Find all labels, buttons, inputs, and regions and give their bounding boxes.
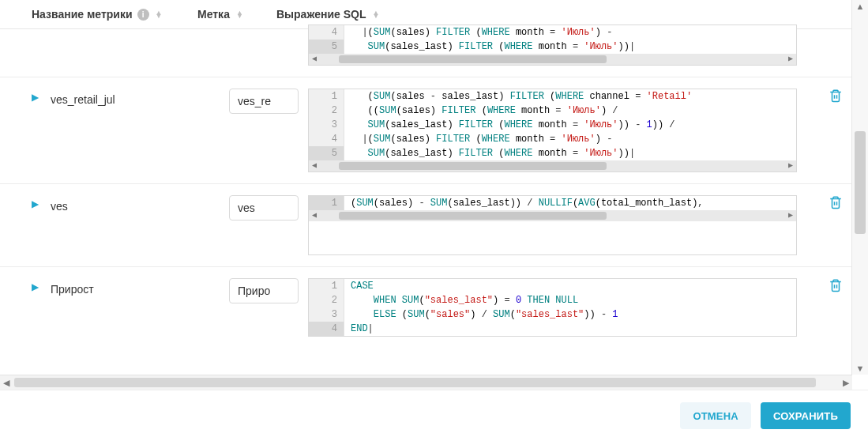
editor-hscroll-thumb[interactable] xyxy=(339,212,607,220)
sql-cell: 1(SUM(sales) - SUM(sales_last)) / NULLIF… xyxy=(308,195,852,255)
sql-cell: 1 (SUM(sales - sales_last) FILTER (WHERE… xyxy=(308,89,852,172)
hscroll-thumb[interactable] xyxy=(14,378,816,387)
metric-row: ▶ves_retail_julves_re1 (SUM(sales - sale… xyxy=(0,77,852,184)
scroll-thumb[interactable] xyxy=(855,131,866,234)
editor-hscroll[interactable]: ◀▶ xyxy=(309,210,796,221)
metric-name: ves_retail_jul xyxy=(51,89,229,106)
scroll-left-icon[interactable]: ◀ xyxy=(3,378,9,388)
scroll-left-icon[interactable]: ◀ xyxy=(312,52,317,66)
editor-hscroll[interactable]: ◀▶ xyxy=(309,160,796,172)
vertical-scrollbar[interactable]: ▲ ▼ xyxy=(851,0,868,375)
content-area: Название метрики i ▲▼ Метка ▲▼ Выражение… xyxy=(0,0,868,375)
sort-handle[interactable]: ▲▼ xyxy=(156,11,163,17)
label-input[interactable]: ves xyxy=(229,195,299,220)
cancel-button[interactable]: ОТМЕНА xyxy=(680,402,751,429)
label-input[interactable]: ves_re xyxy=(229,89,299,114)
horizontal-scrollbar[interactable]: ◀ ▶ xyxy=(0,375,852,390)
scroll-up-icon[interactable]: ▲ xyxy=(856,0,865,13)
scroll-left-icon[interactable]: ◀ xyxy=(312,209,317,223)
scroll-track[interactable] xyxy=(855,13,866,362)
save-button[interactable]: СОХРАНИТЬ xyxy=(761,402,851,429)
delete-button[interactable] xyxy=(829,278,843,295)
sql-editor[interactable]: 1 (SUM(sales - sales_last) FILTER (WHERE… xyxy=(308,89,797,172)
label-cell: ves_re xyxy=(229,89,308,114)
col-header-label-text: Метка xyxy=(197,8,230,21)
label-cell: Приро xyxy=(229,278,308,303)
sql-cell: 4 |(SUM(sales) FILTER (WHERE month = 'Ию… xyxy=(308,24,852,66)
scroll-right-icon[interactable]: ▶ xyxy=(788,209,793,223)
delete-button[interactable] xyxy=(829,89,843,105)
col-header-sql-label: Выражение SQL xyxy=(276,8,366,21)
expand-icon[interactable]: ▶ xyxy=(32,278,51,292)
metric-row: ▶vesves1(SUM(sales) - SUM(sales_last)) /… xyxy=(0,184,852,267)
scroll-down-icon[interactable]: ▼ xyxy=(856,362,865,375)
scroll-left-icon[interactable]: ◀ xyxy=(312,159,317,173)
sql-cell: 1CASE2 WHEN SUM("sales_last") = 0 THEN N… xyxy=(308,278,852,337)
editor-hscroll-thumb[interactable] xyxy=(339,55,607,63)
sql-editor[interactable]: 1CASE2 WHEN SUM("sales_last") = 0 THEN N… xyxy=(308,278,797,337)
col-header-name-label: Название метрики xyxy=(32,8,133,21)
label-cell: ves xyxy=(229,195,308,220)
sql-editor[interactable]: 1(SUM(sales) - SUM(sales_last)) / NULLIF… xyxy=(308,195,797,255)
col-header-sql[interactable]: Выражение SQL ▲▼ xyxy=(276,8,852,21)
label-input[interactable]: Приро xyxy=(229,278,299,303)
metric-name: ves xyxy=(51,195,229,213)
scroll-right-icon[interactable]: ▶ xyxy=(843,378,849,388)
metric-row: ▶ПриростПриро1CASE2 WHEN SUM("sales_last… xyxy=(0,267,852,348)
sort-handle[interactable]: ▲▼ xyxy=(236,11,243,17)
col-header-name[interactable]: Название метрики i ▲▼ xyxy=(32,8,197,21)
delete-button[interactable] xyxy=(829,195,843,212)
metric-name: Прирост xyxy=(51,278,229,296)
metrics-editor-modal: Название метрики i ▲▼ Метка ▲▼ Выражение… xyxy=(0,0,868,441)
scroll-right-icon[interactable]: ▶ xyxy=(788,159,793,173)
expand-icon[interactable]: ▶ xyxy=(32,89,51,103)
rows-host: 4 |(SUM(sales) FILTER (WHERE month = 'Ию… xyxy=(0,24,852,348)
scroll-right-icon[interactable]: ▶ xyxy=(788,52,793,66)
col-header-label[interactable]: Метка ▲▼ xyxy=(197,8,276,21)
info-icon[interactable]: i xyxy=(137,9,149,21)
footer: ОТМЕНА СОХРАНИТЬ xyxy=(0,390,868,441)
editor-hscroll[interactable]: ◀▶ xyxy=(309,54,796,65)
metric-row: 4 |(SUM(sales) FILTER (WHERE month = 'Ию… xyxy=(0,24,852,77)
expand-icon[interactable]: ▶ xyxy=(32,195,51,209)
editor-hscroll-thumb[interactable] xyxy=(339,162,607,170)
sort-handle[interactable]: ▲▼ xyxy=(372,11,379,17)
main-panel: Название метрики i ▲▼ Метка ▲▼ Выражение… xyxy=(0,0,852,375)
sql-editor[interactable]: 4 |(SUM(sales) FILTER (WHERE month = 'Ию… xyxy=(308,24,797,66)
